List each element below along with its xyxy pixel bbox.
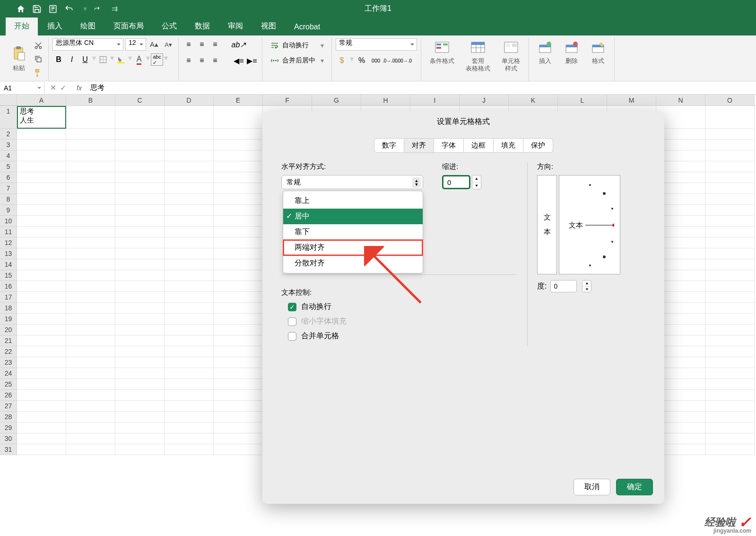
cell[interactable] — [17, 325, 66, 335]
cell[interactable] — [17, 444, 66, 455]
vertical-text-button[interactable]: 文本 — [537, 175, 557, 274]
fx-label[interactable]: fx — [72, 84, 87, 92]
cell[interactable] — [115, 325, 165, 335]
insert-cells-button[interactable]: 插入 — [533, 38, 557, 80]
cell[interactable] — [115, 227, 165, 237]
name-box[interactable]: A1 — [0, 82, 44, 94]
cell[interactable] — [66, 292, 115, 303]
cell[interactable] — [165, 379, 214, 390]
cell[interactable] — [66, 379, 115, 390]
cell[interactable]: 思考人生 — [17, 106, 66, 129]
format-painter-icon[interactable] — [32, 67, 44, 79]
row-header[interactable]: 30 — [0, 433, 17, 444]
cell[interactable] — [705, 401, 755, 412]
cell[interactable] — [17, 183, 66, 194]
orientation-icon[interactable]: ab↗ — [233, 38, 245, 51]
cell[interactable] — [705, 281, 755, 292]
cell[interactable] — [17, 335, 66, 346]
cell[interactable] — [214, 140, 263, 150]
cell[interactable] — [115, 444, 165, 455]
cell[interactable] — [66, 281, 115, 292]
cell[interactable] — [165, 303, 214, 314]
row-header[interactable]: 22 — [0, 346, 17, 357]
row-header[interactable]: 3 — [0, 140, 17, 150]
cell[interactable] — [705, 270, 755, 281]
tab-draw[interactable]: 绘图 — [72, 18, 104, 35]
cell[interactable] — [214, 346, 263, 357]
row-header[interactable]: 25 — [0, 379, 17, 390]
cell[interactable] — [165, 390, 214, 401]
decrease-decimal-icon[interactable]: .00→.0 — [398, 54, 410, 67]
cell[interactable] — [115, 303, 165, 314]
cell[interactable] — [705, 259, 755, 270]
cell[interactable] — [115, 237, 165, 248]
cell[interactable] — [66, 335, 115, 346]
cell[interactable] — [115, 412, 165, 422]
cell[interactable] — [214, 259, 263, 270]
cell[interactable] — [705, 227, 755, 237]
row-header[interactable]: 4 — [0, 150, 17, 161]
cell[interactable] — [705, 172, 755, 183]
shrink-checkbox[interactable] — [288, 317, 296, 326]
cell[interactable] — [66, 205, 115, 216]
cell[interactable] — [66, 248, 115, 259]
cell[interactable] — [214, 303, 263, 314]
cell[interactable] — [115, 270, 165, 281]
dropdown-item-center[interactable]: 居中 — [283, 209, 423, 224]
tab-alignment[interactable]: 对齐 — [404, 138, 434, 153]
cancel-formula-icon[interactable]: ✕ — [50, 83, 56, 92]
cell[interactable] — [115, 357, 165, 368]
column-header[interactable]: E — [214, 95, 263, 105]
cell[interactable] — [165, 183, 214, 194]
cell[interactable] — [214, 335, 263, 346]
row-header[interactable]: 10 — [0, 216, 17, 227]
merge-checkbox[interactable] — [288, 332, 296, 341]
row-header[interactable]: 16 — [0, 281, 17, 292]
wrap-text-checkbox[interactable]: ✓ — [288, 303, 296, 311]
cell[interactable] — [214, 270, 263, 281]
cell[interactable] — [214, 172, 263, 183]
cell[interactable] — [66, 412, 115, 422]
cell[interactable] — [214, 183, 263, 194]
cell[interactable] — [165, 270, 214, 281]
cell[interactable] — [66, 314, 115, 325]
column-header[interactable]: N — [656, 95, 705, 105]
cell[interactable] — [66, 216, 115, 227]
column-header[interactable]: F — [263, 95, 312, 105]
cell[interactable] — [66, 106, 115, 129]
cell[interactable] — [214, 412, 263, 422]
cell[interactable] — [214, 390, 263, 401]
cell[interactable] — [214, 325, 263, 335]
cell[interactable] — [165, 129, 214, 140]
font-size-select[interactable]: 12 — [125, 38, 146, 51]
column-header[interactable]: H — [361, 95, 410, 105]
cell[interactable] — [165, 346, 214, 357]
cell[interactable] — [66, 357, 115, 368]
align-top-icon[interactable]: ≡ — [182, 38, 195, 51]
cell[interactable] — [214, 216, 263, 227]
cell[interactable] — [66, 390, 115, 401]
cell[interactable] — [17, 346, 66, 357]
cell[interactable] — [17, 281, 66, 292]
decrease-font-icon[interactable]: A▾ — [162, 38, 174, 51]
italic-button[interactable]: I — [66, 53, 78, 66]
cell[interactable] — [705, 216, 755, 227]
cell[interactable] — [17, 161, 66, 172]
tab-font[interactable]: 字体 — [434, 138, 464, 153]
cell[interactable] — [17, 412, 66, 422]
cell[interactable] — [165, 150, 214, 161]
cell[interactable] — [17, 303, 66, 314]
align-right-icon[interactable]: ≡ — [209, 54, 221, 67]
increase-font-icon[interactable]: A▴ — [148, 38, 160, 51]
cell[interactable] — [214, 106, 263, 129]
cell[interactable] — [705, 140, 755, 150]
cell[interactable] — [115, 172, 165, 183]
degree-stepper[interactable]: ▲▼ — [582, 280, 591, 292]
cell[interactable] — [165, 335, 214, 346]
cell[interactable] — [115, 401, 165, 412]
cell[interactable] — [115, 346, 165, 357]
cell[interactable] — [66, 259, 115, 270]
cell[interactable] — [17, 172, 66, 183]
cell[interactable] — [705, 325, 755, 335]
cell[interactable] — [66, 227, 115, 237]
